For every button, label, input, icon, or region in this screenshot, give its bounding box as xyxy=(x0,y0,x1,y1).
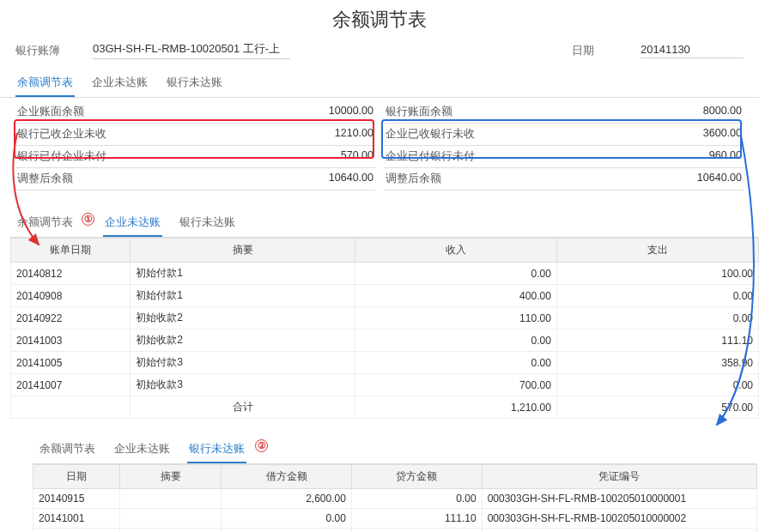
rec-col-left: 企业账面余额10000.00 银行已收企业未收1210.00 银行已付企业未付5… xyxy=(15,101,375,190)
section-enterprise: 余额调节表 ① 企业未达账 银行未达账 账单日期 摘要 收入 支出 201408… xyxy=(0,206,759,419)
tab-enterprise-outstanding[interactable]: 企业未达账 xyxy=(90,70,149,97)
t3-h1: 摘要 xyxy=(120,465,222,489)
ledger-label: 银行账簿 xyxy=(15,43,76,58)
tab-bank-outstanding[interactable]: 银行未达账 xyxy=(165,70,224,97)
date-value[interactable]: 20141130 xyxy=(641,43,744,58)
tabs-top: 余额调节表 企业未达账 银行未达账 xyxy=(0,66,759,98)
t3-h0: 日期 xyxy=(33,465,120,489)
rec-right-r0-val: 8000.00 xyxy=(703,105,742,119)
tab3-balance[interactable]: 余额调节表 xyxy=(38,436,97,463)
tab-balance[interactable]: 余额调节表 xyxy=(15,70,75,97)
rec-right-r1-label: 企业已收银行未收 xyxy=(386,127,475,142)
rec-right-r2-label: 企业已付银行未付 xyxy=(386,149,475,164)
t2-total-label: 合计 xyxy=(131,396,355,419)
rec-left-r0-label: 企业账面余额 xyxy=(17,105,84,119)
t3-h3: 贷方金额 xyxy=(351,465,482,489)
t2-h1: 摘要 xyxy=(131,239,355,263)
ledger-value[interactable]: 03GH-SH-FL-RMB-10020501 工行-上 xyxy=(93,41,290,59)
table-row[interactable]: 20141007初始收款3700.000.00 xyxy=(11,374,759,396)
rec-left-r2-val: 570.00 xyxy=(341,149,373,164)
rec-right-r3-label: 调整后余额 xyxy=(386,172,441,186)
rec-right-r1-val: 3600.00 xyxy=(703,127,742,142)
t2-h3: 支出 xyxy=(556,239,758,263)
rec-left-r1-val: 1210.00 xyxy=(335,127,373,142)
rec-left-r2-label: 银行已付企业未付 xyxy=(17,149,106,164)
rec-right-r2-val: 960.00 xyxy=(709,149,742,164)
t2-total-out: 570.00 xyxy=(556,396,758,419)
t2-h0: 账单日期 xyxy=(11,239,131,263)
rec-col-right: 银行账面余额8000.00 企业已收银行未收3600.00 企业已付银行未付96… xyxy=(375,101,744,190)
page-title: 余额调节表 xyxy=(0,0,759,38)
table-row[interactable]: 20141003初始收款20.00111.10 xyxy=(11,329,759,352)
table-row[interactable]: 20140922初始收款2110.000.00 xyxy=(11,307,759,329)
table-row[interactable]: 201410010.00111.10000303GH-SH-FL-RMB-100… xyxy=(33,509,757,529)
tab2-enterprise-outstanding[interactable]: 企业未达账 xyxy=(103,209,162,237)
tab3-enterprise-outstanding[interactable]: 企业未达账 xyxy=(112,436,172,463)
t2-h2: 收入 xyxy=(355,239,556,263)
rec-left-r0-val: 10000.00 xyxy=(329,105,373,119)
table-row[interactable]: 201409152,600.000.00000303GH-SH-FL-RMB-1… xyxy=(33,489,757,509)
rec-right-r0-label: 银行账面余额 xyxy=(386,105,452,119)
tabs-mid: 余额调节表 ① 企业未达账 银行未达账 xyxy=(10,206,759,238)
rec-left-r3-val: 10640.00 xyxy=(329,172,373,186)
table-row[interactable]: 201410051,000.000.00000303GH-SH-FL-RMB-1… xyxy=(33,529,757,533)
date-label: 日期 xyxy=(572,43,623,58)
section-bank: 余额调节表 企业未达账 银行未达账 ② 日期 摘要 借方金额 贷方金额 凭证编号… xyxy=(0,432,759,532)
t3-h4: 凭证编号 xyxy=(482,465,756,489)
annotation-badge-1: ① xyxy=(82,213,94,226)
table-row[interactable]: 20141005初始付款30.00358.90 xyxy=(11,352,759,374)
enterprise-table: 账单日期 摘要 收入 支出 20140812初始付款10.00100.00201… xyxy=(10,238,759,419)
table-row[interactable]: 20140812初始付款10.00100.00 xyxy=(11,263,759,285)
tabs-bottom: 余额调节表 企业未达账 银行未达账 ② xyxy=(33,432,757,464)
reconciliation-grid: 企业账面余额10000.00 银行已收企业未收1210.00 银行已付企业未付5… xyxy=(0,98,759,190)
tab2-balance[interactable]: 余额调节表 xyxy=(15,209,75,237)
rec-right-r3-val: 10640.00 xyxy=(697,172,742,186)
t3-h2: 借方金额 xyxy=(222,465,352,489)
annotation-badge-2: ② xyxy=(255,439,268,452)
table-row[interactable]: 20140908初始付款1400.000.00 xyxy=(11,285,759,307)
tab2-bank-outstanding[interactable]: 银行未达账 xyxy=(178,209,237,237)
tab3-bank-outstanding[interactable]: 银行未达账 xyxy=(187,436,246,463)
t2-total-in: 1,210.00 xyxy=(355,396,556,419)
rec-left-r3-label: 调整后余额 xyxy=(17,172,73,186)
header-row: 银行账簿 03GH-SH-FL-RMB-10020501 工行-上 日期 201… xyxy=(0,38,759,66)
rec-left-r1-label: 银行已收企业未收 xyxy=(17,127,106,142)
bank-table: 日期 摘要 借方金额 贷方金额 凭证编号 201409152,600.000.0… xyxy=(33,464,757,532)
